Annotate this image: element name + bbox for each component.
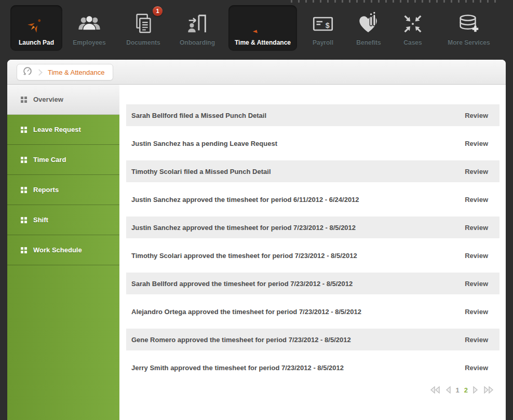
sidebar-item-leave-request[interactable]: Leave Request — [7, 115, 119, 145]
review-link[interactable]: Review — [465, 364, 488, 372]
onboarding-icon — [170, 5, 224, 39]
nav-item-payroll[interactable]: $ Payroll — [299, 5, 347, 51]
rocket-icon — [10, 5, 62, 39]
last-page-button[interactable] — [483, 386, 494, 394]
review-link[interactable]: Review — [465, 168, 488, 175]
sidebar: Overview Leave Request Time Card Reports… — [7, 85, 119, 420]
clipped-header-text — [291, 0, 498, 3]
activity-row: Alejandro Ortega approved the timesheet … — [126, 301, 500, 322]
nav-item-employees[interactable]: Employees — [62, 5, 116, 51]
review-link[interactable]: Review — [465, 112, 488, 119]
sidebar-item-label: Work Schedule — [33, 246, 82, 254]
grid-icon — [21, 127, 27, 133]
breadcrumb-bar: Time & Attendance — [7, 60, 506, 85]
nav-item-label: Documents — [126, 39, 160, 46]
grid-icon — [21, 157, 27, 163]
employees-icon — [62, 5, 116, 39]
history-clock-icon — [22, 65, 33, 79]
activity-text: Sarah Bellford filed a Missed Punch Deta… — [131, 112, 266, 119]
nav-item-label: Time & Attendance — [235, 39, 291, 46]
sidebar-item-label: Time Card — [33, 156, 66, 164]
svg-text:$: $ — [326, 21, 330, 29]
breadcrumb: Time & Attendance — [17, 64, 113, 80]
nav-item-label: Employees — [73, 39, 105, 46]
nav-item-cases[interactable]: Cases — [390, 5, 435, 51]
activity-text: Justin Sanchez approved the timesheet fo… — [131, 224, 356, 232]
sidebar-item-overview[interactable]: Overview — [7, 85, 119, 115]
grid-icon — [21, 247, 27, 253]
sidebar-item-label: Reports — [33, 186, 59, 194]
review-link[interactable]: Review — [465, 252, 488, 260]
grid-icon — [21, 187, 27, 193]
nav-item-label: Benefits — [356, 39, 381, 46]
activity-list: Sarah Bellford filed a Missed Punch Deta… — [126, 104, 500, 378]
review-link[interactable]: Review — [465, 140, 488, 147]
breadcrumb-current-label: Time & Attendance — [43, 69, 113, 76]
sidebar-item-time-card[interactable]: Time Card — [7, 145, 119, 175]
next-page-button[interactable] — [472, 386, 479, 394]
nav-item-more-services[interactable]: More Services — [438, 5, 500, 51]
sidebar-item-label: Overview — [33, 96, 63, 103]
nav-item-label: Launch Pad — [19, 39, 54, 46]
main-area: Sarah Bellford filed a Missed Punch Deta… — [119, 85, 506, 420]
nav-item-label: Onboarding — [180, 39, 215, 46]
activity-row: Sarah Bellford filed a Missed Punch Deta… — [126, 104, 500, 126]
more-services-database-icon — [438, 5, 500, 39]
page-number-2[interactable]: 2 — [464, 386, 468, 394]
nav-item-time-attendance[interactable]: Time & Attendance — [228, 5, 297, 51]
activity-row: Sarah Bellford approved the timesheet fo… — [126, 273, 500, 294]
nav-item-label: More Services — [448, 39, 490, 46]
activity-text: Gene Romero approved the timesheet for p… — [131, 336, 351, 344]
activity-row: Jerry Smith approved the timesheet for p… — [126, 357, 500, 378]
nav-item-launch-pad[interactable]: Launch Pad — [10, 5, 62, 51]
review-link[interactable]: Review — [465, 280, 488, 288]
activity-row: Gene Romero approved the timesheet for p… — [126, 329, 500, 350]
sidebar-item-shift[interactable]: Shift — [7, 205, 119, 235]
activity-text: Alejandro Ortega approved the timesheet … — [131, 308, 361, 316]
sidebar-item-label: Shift — [33, 216, 48, 224]
activity-text: Timothy Scolari approved the timesheet f… — [131, 252, 357, 260]
activity-text: Jerry Smith approved the timesheet for p… — [131, 364, 344, 372]
benefits-heart-icon — [347, 5, 390, 39]
payroll-check-icon: $ — [299, 5, 347, 39]
nav-item-documents[interactable]: Documents 1 — [116, 5, 170, 51]
activity-text: Justin Sanchez has a pending Leave Reque… — [131, 140, 277, 147]
activity-row: Justin Sanchez has a pending Leave Reque… — [126, 132, 500, 154]
activity-row: Justin Sanchez approved the timesheet fo… — [126, 188, 500, 210]
review-link[interactable]: Review — [465, 196, 488, 204]
content-panel: Time & Attendance Overview Leave Request… — [7, 60, 506, 420]
sidebar-item-label: Leave Request — [33, 126, 81, 133]
nav-item-benefits[interactable]: Benefits — [347, 5, 390, 51]
time-clock-icon — [228, 5, 297, 39]
top-nav: Launch Pad Employees Documents 1 Onboard… — [10, 5, 500, 51]
review-link[interactable]: Review — [465, 224, 488, 232]
nav-item-label: Cases — [403, 39, 422, 46]
activity-row: Justin Sanchez approved the timesheet fo… — [126, 216, 500, 238]
prev-page-button[interactable] — [444, 386, 452, 394]
breadcrumb-home-button[interactable] — [17, 64, 38, 80]
activity-text: Sarah Bellford approved the timesheet fo… — [131, 280, 353, 288]
page-number-1[interactable]: 1 — [455, 386, 460, 394]
activity-text: Justin Sanchez approved the timesheet fo… — [131, 196, 359, 204]
first-page-button[interactable] — [429, 386, 441, 394]
cases-arrows-icon — [390, 5, 435, 39]
nav-item-label: Payroll — [313, 39, 333, 46]
grid-icon — [21, 217, 27, 223]
activity-row: Timothy Scolari approved the timesheet f… — [126, 245, 500, 266]
sidebar-item-work-schedule[interactable]: Work Schedule — [7, 235, 119, 265]
review-link[interactable]: Review — [465, 308, 488, 316]
pagination: 12 — [119, 386, 494, 394]
notification-badge: 1 — [153, 6, 163, 16]
sidebar-item-reports[interactable]: Reports — [7, 175, 119, 205]
nav-item-onboarding[interactable]: Onboarding — [170, 5, 224, 51]
activity-text: Timothy Scolari filed a Missed Punch Det… — [131, 168, 271, 175]
activity-row: Timothy Scolari filed a Missed Punch Det… — [126, 160, 500, 182]
review-link[interactable]: Review — [465, 336, 488, 344]
grid-icon — [21, 97, 27, 103]
